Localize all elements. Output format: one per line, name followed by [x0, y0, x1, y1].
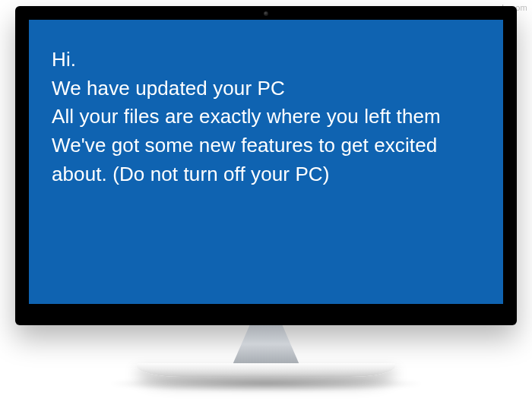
- stage: wsxdn.com Hi. We have updated your PC Al…: [0, 0, 532, 405]
- monitor-neck: [220, 325, 312, 363]
- update-message: Hi. We have updated your PC All your fil…: [52, 46, 480, 188]
- monitor-shadow: [106, 375, 426, 392]
- update-screen: Hi. We have updated your PC All your fil…: [29, 20, 503, 304]
- update-line-1: Hi.: [52, 46, 480, 74]
- update-line-3: All your files are exactly where you lef…: [52, 103, 480, 131]
- update-line-4: We've got some new features to get excit…: [52, 131, 480, 188]
- monitor: Hi. We have updated your PC All your fil…: [15, 6, 517, 392]
- monitor-bezel: Hi. We have updated your PC All your fil…: [15, 6, 517, 325]
- camera-icon: [264, 11, 268, 16]
- update-line-2: We have updated your PC: [52, 74, 480, 103]
